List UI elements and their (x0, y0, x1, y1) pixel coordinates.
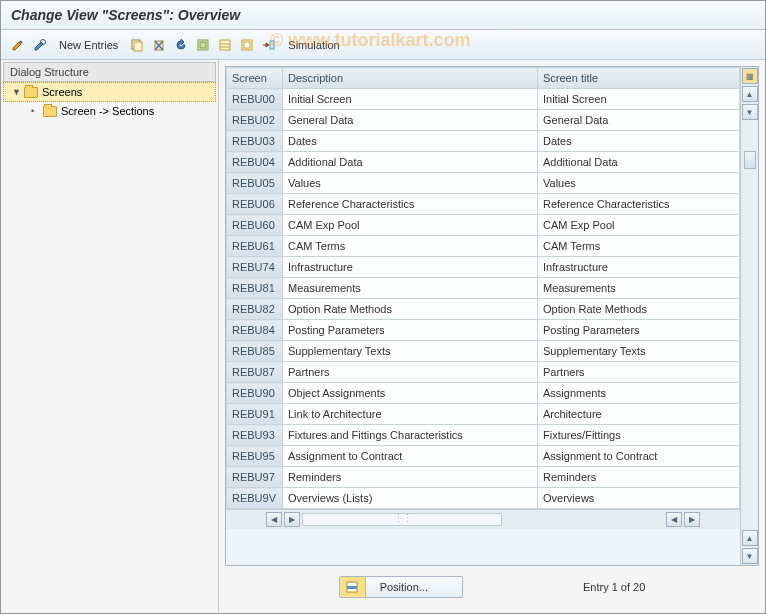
cell-description[interactable]: Dates (283, 131, 538, 152)
cell-title[interactable]: Option Rate Methods (538, 299, 740, 320)
cell-screen[interactable]: REBU03 (227, 131, 283, 152)
table-row[interactable]: REBU95Assignment to ContractAssignment t… (227, 446, 740, 467)
cell-title[interactable]: Posting Parameters (538, 320, 740, 341)
scroll-up2-icon[interactable]: ▲ (742, 530, 758, 546)
cell-description[interactable]: Measurements (283, 278, 538, 299)
table-row[interactable]: REBU9VOverviews (Lists)Overviews (227, 488, 740, 509)
cell-title[interactable]: CAM Exp Pool (538, 215, 740, 236)
cell-screen[interactable]: REBU06 (227, 194, 283, 215)
cell-title[interactable]: General Data (538, 110, 740, 131)
scroll-down-icon[interactable]: ▼ (742, 104, 758, 120)
cell-description[interactable]: Additional Data (283, 152, 538, 173)
cell-screen[interactable]: REBU81 (227, 278, 283, 299)
cell-description[interactable]: CAM Terms (283, 236, 538, 257)
cell-screen[interactable]: REBU05 (227, 173, 283, 194)
cell-title[interactable]: Reference Characteristics (538, 194, 740, 215)
scroll-first-icon[interactable]: ◀ (266, 512, 282, 527)
scroll-left-icon[interactable]: ▶ (284, 512, 300, 527)
col-header-screen[interactable]: Screen (227, 68, 283, 89)
table-row[interactable]: REBU02General DataGeneral Data (227, 110, 740, 131)
cell-description[interactable]: Initial Screen (283, 89, 538, 110)
table-row[interactable]: REBU90Object AssignmentsAssignments (227, 383, 740, 404)
horizontal-scrollbar[interactable]: ◀ ▶ ◀ ▶ (226, 509, 740, 529)
cell-description[interactable]: Fixtures and Fittings Characteristics (283, 425, 538, 446)
vscroll-track[interactable] (743, 121, 757, 529)
table-row[interactable]: REBU05ValuesValues (227, 173, 740, 194)
cell-screen[interactable]: REBU00 (227, 89, 283, 110)
tree-node-screens[interactable]: ▼ Screens (3, 82, 216, 102)
cell-title[interactable]: Initial Screen (538, 89, 740, 110)
select-block-icon[interactable] (216, 36, 234, 54)
cell-title[interactable]: Additional Data (538, 152, 740, 173)
deselect-all-icon[interactable] (238, 36, 256, 54)
cell-title[interactable]: Partners (538, 362, 740, 383)
table-row[interactable]: REBU74InfrastructureInfrastructure (227, 257, 740, 278)
hscroll-track[interactable] (302, 513, 502, 526)
toggle-display-change-icon[interactable] (9, 36, 27, 54)
cell-title[interactable]: Fixtures/Fittings (538, 425, 740, 446)
cell-screen[interactable]: REBU74 (227, 257, 283, 278)
table-row[interactable]: REBU60CAM Exp PoolCAM Exp Pool (227, 215, 740, 236)
undo-change-icon[interactable] (172, 36, 190, 54)
cell-screen[interactable]: REBU87 (227, 362, 283, 383)
cell-screen[interactable]: REBU97 (227, 467, 283, 488)
cell-screen[interactable]: REBU02 (227, 110, 283, 131)
cell-screen[interactable]: REBU95 (227, 446, 283, 467)
cell-description[interactable]: Supplementary Texts (283, 341, 538, 362)
cell-description[interactable]: Posting Parameters (283, 320, 538, 341)
cell-title[interactable]: Assignments (538, 383, 740, 404)
scroll-up-icon[interactable]: ▲ (742, 86, 758, 102)
scroll-last-icon[interactable]: ▶ (684, 512, 700, 527)
cell-title[interactable]: Values (538, 173, 740, 194)
scroll-down2-icon[interactable]: ▼ (742, 548, 758, 564)
cell-description[interactable]: Overviews (Lists) (283, 488, 538, 509)
cell-screen[interactable]: REBU93 (227, 425, 283, 446)
table-row[interactable]: REBU04Additional DataAdditional Data (227, 152, 740, 173)
table-row[interactable]: REBU03DatesDates (227, 131, 740, 152)
cell-title[interactable]: Reminders (538, 467, 740, 488)
cell-title[interactable]: Supplementary Texts (538, 341, 740, 362)
cell-screen[interactable]: REBU90 (227, 383, 283, 404)
cell-title[interactable]: Overviews (538, 488, 740, 509)
table-row[interactable]: REBU87PartnersPartners (227, 362, 740, 383)
table-settings-icon[interactable]: ▦ (742, 68, 758, 84)
select-all-icon[interactable] (194, 36, 212, 54)
table-row[interactable]: REBU82Option Rate MethodsOption Rate Met… (227, 299, 740, 320)
vscroll-thumb[interactable] (744, 151, 756, 169)
cell-title[interactable]: Dates (538, 131, 740, 152)
col-header-screen-title[interactable]: Screen title (538, 68, 740, 89)
find-entry-icon[interactable] (31, 36, 49, 54)
cell-screen[interactable]: REBU04 (227, 152, 283, 173)
cell-screen[interactable]: REBU61 (227, 236, 283, 257)
copy-as-icon[interactable] (128, 36, 146, 54)
table-row[interactable]: REBU97RemindersReminders (227, 467, 740, 488)
cell-description[interactable]: Assignment to Contract (283, 446, 538, 467)
table-row[interactable]: REBU91Link to ArchitectureArchitecture (227, 404, 740, 425)
simulation-button[interactable]: Simulation (288, 39, 339, 51)
new-entries-button[interactable]: New Entries (59, 39, 118, 51)
cell-screen[interactable]: REBU84 (227, 320, 283, 341)
cell-description[interactable]: Reminders (283, 467, 538, 488)
cell-description[interactable]: Option Rate Methods (283, 299, 538, 320)
collapse-icon[interactable]: ▼ (12, 87, 22, 97)
cell-description[interactable]: Reference Characteristics (283, 194, 538, 215)
table-row[interactable]: REBU06Reference CharacteristicsReference… (227, 194, 740, 215)
cell-description[interactable]: Object Assignments (283, 383, 538, 404)
cell-screen[interactable]: REBU9V (227, 488, 283, 509)
cell-screen[interactable]: REBU85 (227, 341, 283, 362)
table-row[interactable]: REBU93Fixtures and Fittings Characterist… (227, 425, 740, 446)
configure-icon[interactable] (260, 36, 278, 54)
cell-title[interactable]: Architecture (538, 404, 740, 425)
cell-description[interactable]: Infrastructure (283, 257, 538, 278)
table-row[interactable]: REBU85Supplementary TextsSupplementary T… (227, 341, 740, 362)
cell-screen[interactable]: REBU91 (227, 404, 283, 425)
table-row[interactable]: REBU81MeasurementsMeasurements (227, 278, 740, 299)
delete-icon[interactable] (150, 36, 168, 54)
cell-title[interactable]: Measurements (538, 278, 740, 299)
cell-title[interactable]: Infrastructure (538, 257, 740, 278)
cell-screen[interactable]: REBU82 (227, 299, 283, 320)
cell-title[interactable]: Assignment to Contract (538, 446, 740, 467)
cell-description[interactable]: Values (283, 173, 538, 194)
screens-table[interactable]: Screen Description Screen title REBU00In… (226, 67, 740, 509)
scroll-right-icon[interactable]: ◀ (666, 512, 682, 527)
